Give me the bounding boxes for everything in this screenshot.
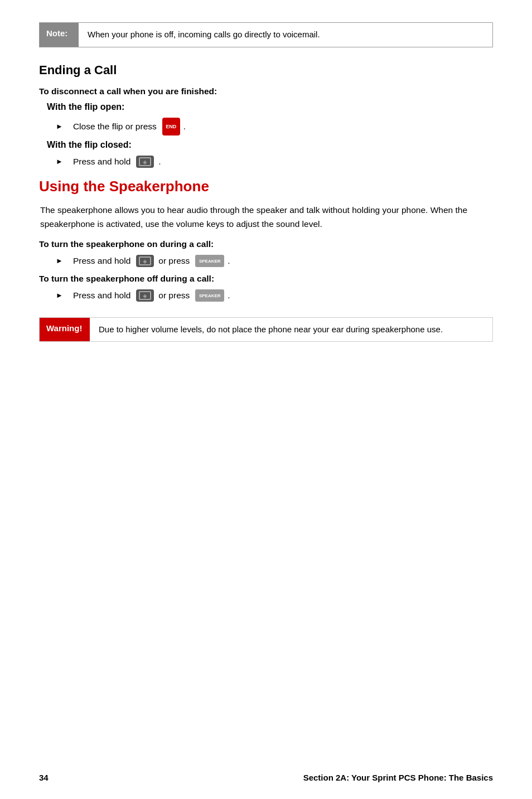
flip-closed-bullet: ► Press and hold .	[56, 156, 493, 168]
speakerphone-off-connector: or press	[158, 290, 190, 301]
disconnect-label: To disconnect a call when you are finish…	[39, 86, 493, 96]
page-footer: 34 Section 2A: Your Sprint PCS Phone: Th…	[0, 773, 532, 782]
warning-label: Warning!	[40, 318, 90, 342]
flip-closed-text: Press and hold	[73, 157, 130, 167]
speakerphone-on-connector: or press	[158, 256, 190, 266]
speakerphone-on-label: To turn the speakerphone on during a cal…	[39, 239, 493, 249]
speakerphone-off-period: .	[228, 290, 230, 301]
warning-box: Warning! Due to higher volume levels, do…	[39, 317, 493, 342]
bullet-arrow-2: ►	[56, 157, 63, 166]
page-content: Note: When your phone is off, incoming c…	[0, 0, 532, 386]
bullet-arrow-3: ►	[56, 256, 63, 265]
speakerphone-off-text: Press and hold	[73, 290, 130, 301]
hold-button-icon-1	[136, 156, 154, 168]
ending-a-call-title: Ending a Call	[39, 63, 493, 78]
page-number: 34	[39, 773, 49, 782]
note-text: When your phone is off, incoming calls g…	[79, 23, 329, 47]
speakerphone-on-period: .	[228, 256, 230, 266]
with-flip-closed-label: With the flip closed:	[47, 140, 493, 150]
speakerphone-title: Using the Speakerphone	[39, 178, 493, 195]
speakerphone-on-bullet: ► Press and hold or press .	[56, 255, 493, 267]
speakerphone-section: Using the Speakerphone The speakerphone …	[39, 178, 493, 342]
speakerphone-off-bullet: ► Press and hold or press .	[56, 289, 493, 302]
note-label: Note:	[40, 23, 79, 47]
flip-closed-content: Press and hold .	[73, 156, 161, 168]
flip-closed-period: .	[158, 157, 161, 167]
ending-a-call-section: Ending a Call To disconnect a call when …	[39, 63, 493, 168]
note-box: Note: When your phone is off, incoming c…	[39, 22, 493, 47]
flip-open-text: Close the flip or press	[73, 122, 157, 132]
speaker-button-icon-1	[195, 255, 224, 267]
section-text: Section 2A: Your Sprint PCS Phone: The B…	[303, 773, 493, 782]
bullet-arrow-1: ►	[56, 122, 63, 130]
hold-button-icon-2	[136, 255, 154, 267]
flip-open-period: .	[183, 122, 186, 132]
hold-button-icon-3	[136, 289, 154, 302]
speaker-button-icon-2	[195, 289, 224, 302]
speakerphone-on-text: Press and hold	[73, 256, 130, 266]
bullet-arrow-4: ►	[56, 291, 63, 299]
flip-open-content: Close the flip or press .	[73, 118, 186, 135]
flip-open-bullet: ► Close the flip or press .	[56, 118, 493, 135]
end-button-icon	[162, 118, 180, 135]
warning-text: Due to higher volume levels, do not plac…	[90, 318, 452, 342]
with-flip-open-label: With the flip open:	[47, 102, 493, 112]
speakerphone-off-content: Press and hold or press .	[73, 289, 230, 302]
speakerphone-body: The speakerphone allows you to hear audi…	[40, 203, 493, 231]
speakerphone-off-label: To turn the speakerphone off during a ca…	[39, 274, 493, 284]
speakerphone-on-content: Press and hold or press .	[73, 255, 230, 267]
